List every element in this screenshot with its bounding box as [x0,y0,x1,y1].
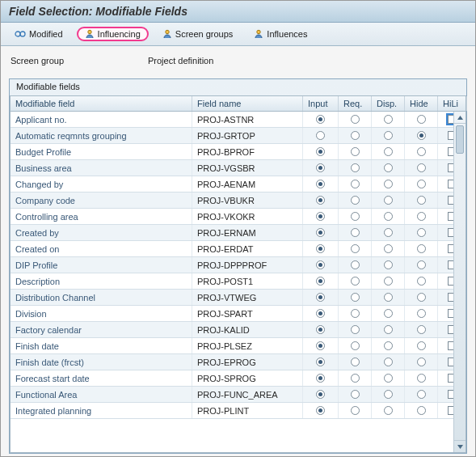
hili-checkbox[interactable] [448,341,453,350]
screen-groups-button[interactable]: Screen groups [155,27,241,41]
hide-radio[interactable] [417,163,426,172]
disp-radio[interactable] [384,325,393,334]
hili-checkbox[interactable] [448,180,453,188]
disp-radio[interactable] [384,147,393,156]
input-radio[interactable] [316,212,325,221]
input-radio[interactable] [316,131,325,140]
req-radio[interactable] [351,390,360,399]
hili-checkbox[interactable] [448,196,453,205]
hili-checkbox[interactable] [448,115,453,124]
modified-button[interactable]: Modified [7,27,70,41]
input-radio[interactable] [316,406,325,415]
req-radio[interactable] [351,325,360,334]
col-hili[interactable]: HiLi [438,96,467,111]
hide-radio[interactable] [417,309,426,318]
influences-button[interactable]: Influences [246,27,314,41]
vertical-scrollbar[interactable] [453,112,465,452]
hide-radio[interactable] [417,180,426,188]
input-radio[interactable] [316,115,325,124]
disp-radio[interactable] [384,358,393,366]
influencing-button[interactable]: Influencing [77,27,149,41]
hili-checkbox[interactable] [448,374,453,383]
hili-checkbox[interactable] [448,147,453,156]
hide-radio[interactable] [417,260,426,269]
hili-checkbox[interactable] [448,228,453,237]
col-disp[interactable]: Disp. [372,96,405,111]
col-req[interactable]: Req. [339,96,372,111]
col-hide[interactable]: Hide [405,96,438,111]
hide-radio[interactable] [417,406,426,415]
req-radio[interactable] [351,341,360,350]
hide-radio[interactable] [417,293,426,302]
req-radio[interactable] [351,309,360,318]
hili-checkbox[interactable] [448,212,453,221]
input-radio[interactable] [316,163,325,172]
hide-radio[interactable] [417,212,426,221]
input-radio[interactable] [316,293,325,302]
req-radio[interactable] [351,115,360,124]
col-input[interactable]: Input [303,96,339,111]
disp-radio[interactable] [384,180,393,188]
hili-checkbox[interactable] [448,260,453,269]
col-field[interactable]: Modifiable field [11,96,192,111]
hili-checkbox[interactable] [448,293,453,302]
input-radio[interactable] [316,196,325,205]
req-radio[interactable] [351,228,360,237]
hili-checkbox[interactable] [448,406,453,415]
disp-radio[interactable] [384,163,393,172]
req-radio[interactable] [351,212,360,221]
disp-radio[interactable] [384,131,393,140]
input-radio[interactable] [316,309,325,318]
input-radio[interactable] [316,228,325,237]
req-radio[interactable] [351,406,360,415]
disp-radio[interactable] [384,244,393,253]
hide-radio[interactable] [417,147,426,156]
req-radio[interactable] [351,260,360,269]
disp-radio[interactable] [384,406,393,415]
disp-radio[interactable] [384,196,393,205]
req-radio[interactable] [351,358,360,366]
disp-radio[interactable] [384,374,393,383]
input-radio[interactable] [316,260,325,269]
hili-checkbox[interactable] [448,244,453,253]
disp-radio[interactable] [384,309,393,318]
hide-radio[interactable] [417,115,426,124]
req-radio[interactable] [351,277,360,286]
input-radio[interactable] [316,390,325,399]
hide-radio[interactable] [417,341,426,350]
disp-radio[interactable] [384,341,393,350]
input-radio[interactable] [316,180,325,188]
req-radio[interactable] [351,293,360,302]
hili-checkbox[interactable] [448,163,453,172]
hili-checkbox[interactable] [448,390,453,399]
hili-checkbox[interactable] [448,277,453,286]
hide-radio[interactable] [417,131,426,140]
disp-radio[interactable] [384,228,393,237]
hide-radio[interactable] [417,244,426,253]
hide-radio[interactable] [417,277,426,286]
hide-radio[interactable] [417,228,426,237]
scroll-thumb[interactable] [456,125,464,154]
input-radio[interactable] [316,244,325,253]
req-radio[interactable] [351,196,360,205]
req-radio[interactable] [351,131,360,140]
disp-radio[interactable] [384,212,393,221]
disp-radio[interactable] [384,277,393,286]
input-radio[interactable] [316,147,325,156]
input-radio[interactable] [316,358,325,366]
hide-radio[interactable] [417,196,426,205]
hide-radio[interactable] [417,358,426,366]
req-radio[interactable] [351,244,360,253]
req-radio[interactable] [351,374,360,383]
req-radio[interactable] [351,180,360,188]
disp-radio[interactable] [384,390,393,399]
scroll-down-button[interactable] [454,440,465,452]
hili-checkbox[interactable] [448,358,453,366]
col-name[interactable]: Field name [192,96,303,111]
input-radio[interactable] [316,277,325,286]
scroll-up-button[interactable] [454,112,465,124]
hili-checkbox[interactable] [448,309,453,318]
hili-checkbox[interactable] [448,131,453,140]
hide-radio[interactable] [417,390,426,399]
hide-radio[interactable] [417,374,426,383]
